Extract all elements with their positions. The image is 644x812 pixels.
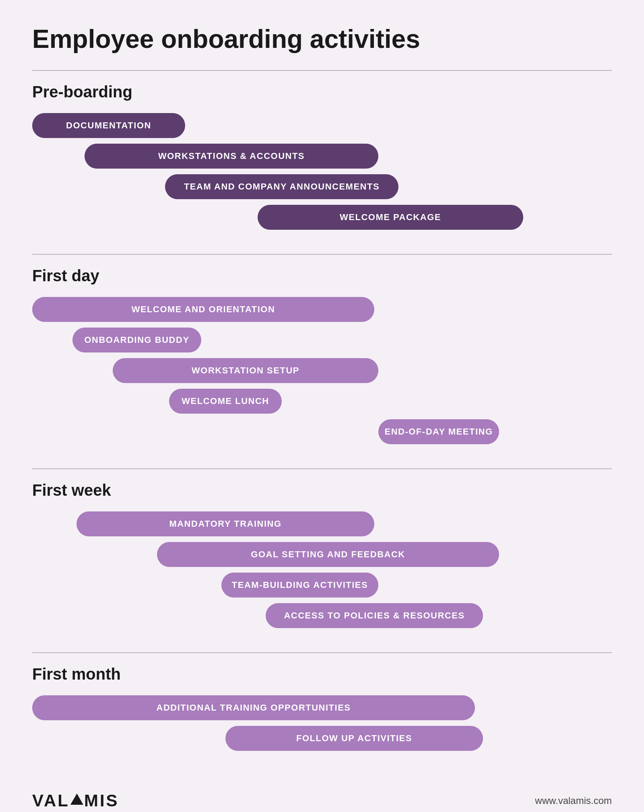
- activity-bar: TEAM AND COMPANY ANNOUNCEMENTS: [165, 174, 398, 199]
- bars-first-day: WELCOME AND ORIENTATIONONBOARDING BUDDYW…: [32, 297, 612, 452]
- activity-bar: WORKSTATION SETUP: [113, 358, 378, 383]
- activity-bar: FOLLOW UP ACTIVITIES: [225, 726, 483, 751]
- bar-row: ADDITIONAL TRAINING OPPORTUNITIES: [32, 695, 612, 720]
- logo: VAL MIS: [32, 791, 119, 810]
- activity-bar: ADDITIONAL TRAINING OPPORTUNITIES: [32, 695, 475, 720]
- bar-row: END-OF-DAY MEETING: [32, 419, 612, 444]
- activity-bar: TEAM-BUILDING ACTIVITIES: [221, 573, 378, 598]
- footer: VAL MIS www.valamis.com: [32, 783, 612, 810]
- bar-row: MANDATORY TRAINING: [32, 511, 612, 536]
- page-title: Employee onboarding activities: [32, 24, 612, 54]
- bar-row: TEAM-BUILDING ACTIVITIES: [32, 573, 612, 598]
- section-first-day: First dayWELCOME AND ORIENTATIONONBOARDI…: [32, 254, 612, 452]
- activity-bar: WELCOME PACKAGE: [258, 205, 523, 230]
- activity-bar: END-OF-DAY MEETING: [378, 419, 499, 444]
- activity-bar: WORKSTATIONS & ACCOUNTS: [85, 144, 378, 169]
- activity-bar: MANDATORY TRAINING: [76, 511, 374, 536]
- logo-triangle-icon: [70, 793, 83, 805]
- bar-row: ONBOARDING BUDDY: [32, 328, 612, 352]
- bars-pre-boarding: DOCUMENTATIONWORKSTATIONS & ACCOUNTSTEAM…: [32, 113, 612, 238]
- section-pre-boarding: Pre-boardingDOCUMENTATIONWORKSTATIONS & …: [32, 70, 612, 238]
- divider-pre-boarding: [32, 70, 612, 71]
- divider-first-week: [32, 468, 612, 469]
- divider-first-month: [32, 652, 612, 653]
- bar-row: FOLLOW UP ACTIVITIES: [32, 726, 612, 751]
- section-title-pre-boarding: Pre-boarding: [32, 83, 612, 101]
- bar-row: WELCOME AND ORIENTATION: [32, 297, 612, 322]
- activity-bar: DOCUMENTATION: [32, 113, 185, 138]
- bar-row: DOCUMENTATION: [32, 113, 612, 138]
- bar-row: WELCOME LUNCH: [32, 389, 612, 414]
- bar-row: GOAL SETTING AND FEEDBACK: [32, 542, 612, 567]
- section-title-first-day: First day: [32, 267, 612, 285]
- activity-bar: GOAL SETTING AND FEEDBACK: [157, 542, 499, 567]
- bar-row: ACCESS TO POLICIES & RESOURCES: [32, 603, 612, 628]
- section-first-month: First monthADDITIONAL TRAINING OPPORTUNI…: [32, 652, 612, 759]
- bar-row: TEAM AND COMPANY ANNOUNCEMENTS: [32, 174, 612, 199]
- section-first-week: First weekMANDATORY TRAININGGOAL SETTING…: [32, 468, 612, 636]
- bar-row: WORKSTATIONS & ACCOUNTS: [32, 144, 612, 169]
- logo-text-2: MIS: [84, 791, 119, 810]
- activity-bar: WELCOME AND ORIENTATION: [32, 297, 374, 322]
- bar-row: WELCOME PACKAGE: [32, 205, 612, 230]
- bars-first-week: MANDATORY TRAININGGOAL SETTING AND FEEDB…: [32, 511, 612, 636]
- divider-first-day: [32, 254, 612, 255]
- footer-url: www.valamis.com: [535, 795, 612, 806]
- activity-bar: ACCESS TO POLICIES & RESOURCES: [266, 603, 483, 628]
- activity-bar: WELCOME LUNCH: [169, 389, 282, 414]
- activity-bar: ONBOARDING BUDDY: [72, 328, 201, 352]
- bar-row: WORKSTATION SETUP: [32, 358, 612, 383]
- bars-first-month: ADDITIONAL TRAINING OPPORTUNITIESFOLLOW …: [32, 695, 612, 759]
- logo-text: VAL: [32, 791, 70, 810]
- section-title-first-week: First week: [32, 481, 612, 499]
- section-title-first-month: First month: [32, 665, 612, 683]
